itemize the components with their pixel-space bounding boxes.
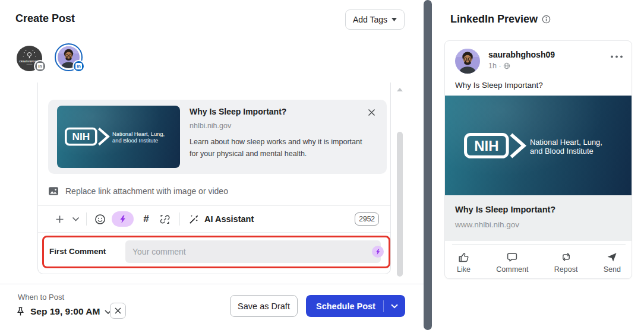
panel-resize-handle[interactable]: [424, 0, 432, 330]
scrollbar-thumb[interactable]: [397, 132, 403, 277]
hashtag-icon: #: [143, 213, 149, 225]
post-link-url: www.nhlbi.nih.gov: [455, 220, 623, 229]
first-comment-input[interactable]: [125, 240, 381, 263]
post-link-area[interactable]: Why Is Sleep Important? www.nhlbi.nih.go…: [445, 195, 632, 241]
emoji-icon: [94, 214, 106, 225]
ai-assistant-button[interactable]: AI Assistant: [189, 206, 254, 232]
save-draft-button[interactable]: Save as Draft: [230, 295, 298, 317]
lightning-bolt-icon: [119, 215, 126, 224]
ellipsis-icon: [610, 55, 623, 58]
emoji-button[interactable]: [93, 206, 107, 232]
like-icon: [457, 251, 469, 263]
post-menu-button[interactable]: [610, 55, 623, 58]
schedule-time-button[interactable]: Sep 19, 9:00 AM: [15, 303, 112, 320]
link-domain: nhlbi.nih.gov: [190, 122, 231, 130]
comment-button[interactable]: Comment: [496, 246, 528, 279]
post-avatar: [455, 49, 480, 74]
linkedin-preview-panel: LinkedIn Preview saurabhghosh09 1h ·: [432, 0, 644, 330]
repost-icon: [560, 251, 572, 263]
chevron-down-icon: [391, 304, 398, 309]
post-time-value: 1h ·: [488, 62, 501, 70]
link-icon: [159, 214, 171, 225]
shorten-link-button[interactable]: [157, 206, 172, 232]
link-description: Learn about how sleep works and why it i…: [190, 136, 371, 160]
chevron-down-icon: [392, 18, 397, 21]
page-title: Create Post: [15, 12, 75, 25]
comment-icon: [506, 251, 518, 263]
close-icon: [368, 109, 375, 116]
ai-assistant-label: AI Assistant: [204, 214, 254, 224]
nih-logo: [65, 125, 173, 148]
plus-icon: [55, 214, 65, 224]
divider: [0, 284, 424, 284]
preview-title: LinkedIn Preview: [450, 13, 551, 26]
clear-schedule-button[interactable]: [110, 303, 126, 319]
scroll-up-arrow-icon[interactable]: [397, 88, 403, 91]
post-image: [445, 96, 632, 195]
post-link-title: Why Is Sleep Important?: [455, 205, 623, 214]
send-label: Send: [604, 265, 621, 274]
divider: [452, 245, 626, 245]
preview-title-label: LinkedIn Preview: [450, 13, 538, 26]
chevron-down-icon: [72, 217, 80, 221]
repost-button[interactable]: Repost: [554, 246, 578, 279]
like-button[interactable]: Like: [457, 246, 471, 279]
divider: [86, 212, 87, 226]
app-window: Create Post Add Tags CREATIVEPOSES in i: [0, 0, 644, 330]
linkedin-post-card: saurabhghosh09 1h · Why Is Sleep Importa…: [444, 40, 632, 279]
magic-wand-icon: [189, 214, 199, 224]
editor-scrollbar[interactable]: [396, 85, 403, 277]
add-tags-button[interactable]: Add Tags: [345, 9, 405, 30]
globe-icon: [503, 62, 510, 69]
character-counter: 2952: [355, 212, 379, 226]
repost-label: Repost: [554, 265, 578, 274]
first-comment-label: First Comment: [49, 247, 106, 256]
like-label: Like: [457, 265, 471, 274]
close-icon: [115, 307, 121, 314]
send-button[interactable]: Send: [604, 246, 621, 279]
link-preview-card: Why Is Sleep Important? nhlbi.nih.gov Le…: [48, 100, 387, 174]
ai-quick-button[interactable]: [112, 211, 134, 227]
linkedin-badge-icon: in: [72, 60, 85, 72]
add-content-button[interactable]: [53, 206, 66, 232]
nih-logo: [464, 130, 614, 161]
comment-label: Comment: [496, 265, 528, 274]
schedule-date-value: Sep 19, 9:00 AM: [30, 306, 100, 317]
link-thumbnail: [57, 106, 180, 168]
account-avatar-brand[interactable]: CREATIVEPOSES in: [17, 46, 42, 71]
schedule-post-button[interactable]: Schedule Post: [306, 295, 405, 317]
link-title: Why Is Sleep Important?: [190, 107, 286, 116]
account-avatar-selected[interactable]: in: [55, 43, 83, 71]
replace-attachment-button[interactable]: Replace link attachment with image or vi…: [48, 183, 228, 199]
post-editor: Why Is Sleep Important? nhlbi.nih.gov Le…: [37, 82, 391, 274]
post-actions-bar: Like Comment Repost: [445, 246, 632, 279]
remove-link-button[interactable]: [364, 105, 378, 119]
replace-attachment-label: Replace link attachment with image or vi…: [65, 186, 228, 196]
post-time: 1h ·: [488, 62, 510, 70]
post-username: saurabhghosh09: [488, 50, 555, 59]
divider: [38, 232, 390, 233]
when-to-post-label: When to Post: [18, 293, 64, 302]
send-icon: [606, 251, 618, 263]
linkedin-badge-icon: in: [34, 60, 46, 72]
lightning-bolt-icon: [375, 249, 380, 255]
post-text: Why Is Sleep Important?: [455, 81, 543, 90]
schedule-post-label: Schedule Post: [306, 302, 383, 311]
ai-comment-button[interactable]: [372, 246, 384, 258]
add-content-dropdown[interactable]: [70, 206, 81, 232]
pin-icon: [15, 306, 26, 317]
editor-toolbar: # AI Assistant: [38, 206, 390, 232]
hashtag-button[interactable]: #: [140, 206, 153, 232]
info-icon[interactable]: [542, 15, 551, 24]
create-post-panel: Create Post Add Tags CREATIVEPOSES in i: [0, 0, 424, 330]
add-tags-label: Add Tags: [353, 15, 387, 24]
schedule-options-dropdown[interactable]: [384, 304, 405, 309]
divider: [179, 212, 180, 226]
image-icon: [48, 186, 59, 196]
